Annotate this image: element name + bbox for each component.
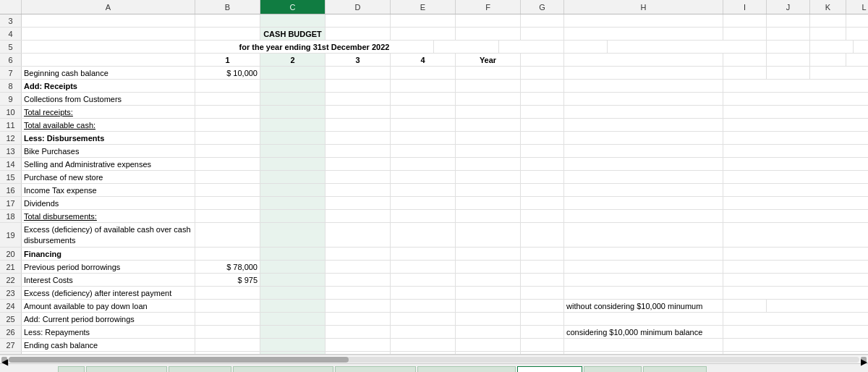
cell-B3[interactable] [195, 14, 260, 27]
cell-E22[interactable] [391, 274, 456, 286]
cell-E7[interactable] [391, 67, 456, 79]
cell-F9[interactable] [456, 93, 521, 105]
cell-H3[interactable] [564, 14, 723, 27]
cell-A5[interactable] [22, 41, 195, 53]
cell-C7[interactable] [260, 67, 326, 79]
cell-D15[interactable] [326, 171, 391, 183]
cell-F25[interactable] [456, 313, 521, 325]
cell-B15[interactable] [195, 171, 260, 183]
cell-A7[interactable]: Beginning cash balance [22, 67, 195, 79]
cell-C20[interactable] [260, 248, 326, 260]
cell-C24[interactable] [260, 300, 326, 312]
cell-L3[interactable] [846, 14, 868, 27]
col-header-J[interactable]: J [767, 0, 810, 14]
cell-J4[interactable] [767, 28, 810, 40]
cell-A17[interactable]: Dividends [22, 197, 195, 209]
cell-H8[interactable] [564, 80, 723, 92]
cell-F26[interactable] [456, 326, 521, 338]
cell-I5[interactable] [767, 41, 810, 53]
tab-purchases-budget[interactable]: Purchases Budget [86, 366, 167, 373]
cell-G9[interactable] [521, 93, 564, 105]
cell-A4[interactable] [22, 28, 195, 40]
tab-cost-of-sales[interactable]: Cost of Sales [169, 366, 231, 373]
cell-C13[interactable] [260, 145, 326, 157]
cell-F6[interactable]: Year [456, 54, 521, 66]
cell-H6[interactable] [564, 54, 723, 66]
scroll-left-btn[interactable]: ◀ [1, 357, 7, 363]
cell-H12[interactable] [564, 132, 723, 144]
cell-E5[interactable] [434, 41, 499, 53]
cell-B18[interactable] [195, 210, 260, 222]
cell-H23[interactable] [564, 287, 723, 299]
cell-C3[interactable] [260, 14, 326, 27]
cell-C14[interactable] [260, 158, 326, 170]
cell-B27[interactable] [195, 339, 260, 351]
cell-D18[interactable] [326, 210, 391, 222]
cell-K6[interactable] [810, 54, 846, 66]
col-header-A[interactable]: A [22, 0, 195, 14]
col-header-F[interactable]: F [456, 0, 521, 14]
cell-D9[interactable] [326, 93, 391, 105]
cell-B12[interactable] [195, 132, 260, 144]
cell-D25[interactable] [326, 313, 391, 325]
cell-A18[interactable]: Total disbursements: [22, 210, 195, 222]
cell-A22[interactable]: Interest Costs [22, 274, 195, 286]
cell-A23[interactable]: Excess (deficiency) after interest payme… [22, 287, 195, 299]
col-header-B[interactable]: B [195, 0, 260, 14]
col-header-G[interactable]: G [521, 0, 564, 14]
cell-E25[interactable] [391, 313, 456, 325]
cell-G10[interactable] [521, 106, 564, 118]
cell-H4[interactable] [564, 28, 723, 40]
cell-B20[interactable] [195, 248, 260, 260]
cell-D11[interactable] [326, 119, 391, 131]
cell-H20[interactable] [564, 248, 723, 260]
cell-H26[interactable]: considering $10,000 minimum balance [564, 326, 723, 338]
tab-cvp-income-statement[interactable]: CVP Income Statement [417, 366, 516, 373]
cell-B25[interactable] [195, 313, 260, 325]
cell-H19[interactable] [564, 223, 723, 247]
col-header-I[interactable]: I [723, 0, 767, 14]
cell-K4[interactable] [810, 28, 846, 40]
cell-F10[interactable] [456, 106, 521, 118]
col-header-D[interactable]: D [326, 0, 391, 14]
cell-C18[interactable] [260, 210, 326, 222]
cell-C19[interactable] [260, 223, 326, 247]
cell-A8[interactable]: Add: Receipts [22, 80, 195, 92]
cell-F27[interactable] [456, 339, 521, 351]
cell-D26[interactable] [326, 326, 391, 338]
tab-cash-budget[interactable]: Cash Budget [517, 366, 582, 373]
cell-F24[interactable] [456, 300, 521, 312]
cell-E8[interactable] [391, 80, 456, 92]
col-header-K[interactable]: K [810, 0, 846, 14]
cell-A6[interactable] [22, 54, 195, 66]
cell-A26[interactable]: Less: Repayments [22, 326, 195, 338]
cell-F22[interactable] [456, 274, 521, 286]
cell-A27[interactable]: Ending cash balance [22, 339, 195, 351]
cell-B4[interactable] [195, 28, 260, 40]
col-header-L[interactable]: L [846, 0, 868, 14]
cell-F12[interactable] [456, 132, 521, 144]
cell-G14[interactable] [521, 158, 564, 170]
cell-E16[interactable] [391, 184, 456, 196]
cell-D17[interactable] [326, 197, 391, 209]
cell-E12[interactable] [391, 132, 456, 144]
cell-B17[interactable] [195, 197, 260, 209]
cell-G25[interactable] [521, 313, 564, 325]
cell-F14[interactable] [456, 158, 521, 170]
cell-K3[interactable] [810, 14, 846, 27]
cell-C27[interactable] [260, 339, 326, 351]
cell-I6[interactable] [723, 54, 767, 66]
cell-C21[interactable] [260, 261, 326, 273]
cell-B22[interactable]: $ 975 [195, 274, 260, 286]
cell-G12[interactable] [521, 132, 564, 144]
cell-A14[interactable]: Selling and Administrative expenses [22, 158, 195, 170]
cell-D19[interactable] [326, 223, 391, 247]
cell-H27[interactable] [564, 339, 723, 351]
cell-E6[interactable]: 4 [391, 54, 456, 66]
cell-F23[interactable] [456, 287, 521, 299]
cell-E14[interactable] [391, 158, 456, 170]
cell-G8[interactable] [521, 80, 564, 92]
cell-G17[interactable] [521, 197, 564, 209]
cell-K5[interactable] [854, 41, 868, 53]
cell-B24[interactable] [195, 300, 260, 312]
